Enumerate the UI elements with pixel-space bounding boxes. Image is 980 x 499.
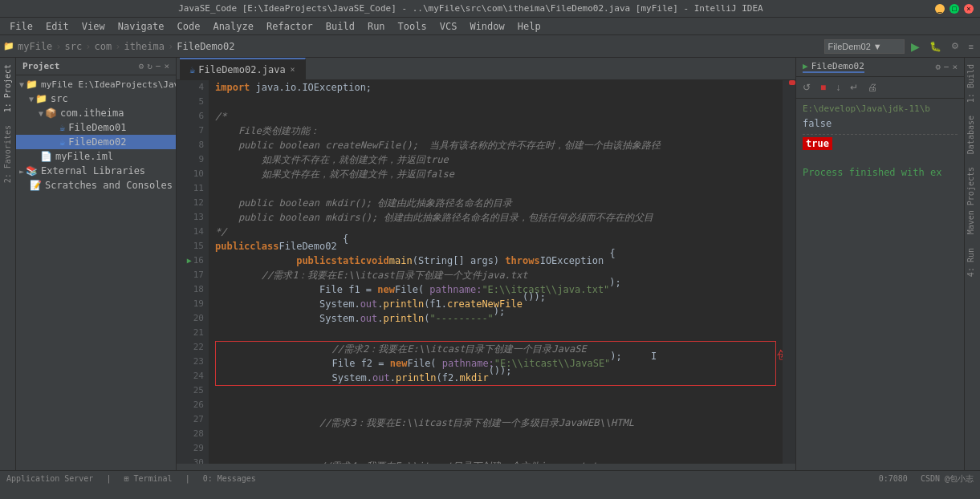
arrow-icon: ► xyxy=(19,167,24,176)
status-messages[interactable]: 0: Messages xyxy=(203,474,256,483)
tree-item-external[interactable]: ► 📚 External Libraries xyxy=(16,164,176,178)
project-panel: Project ⚙ ↻ − × ▼ 📁 myFile E:\IdeaProjec… xyxy=(16,58,177,470)
right-tab-database[interactable]: Database xyxy=(965,109,980,160)
sync-icon[interactable]: ↻ xyxy=(147,61,152,71)
menu-code[interactable]: Code xyxy=(171,19,207,34)
status-separator2: | xyxy=(185,474,190,483)
tree-item-scratches[interactable]: 📝 Scratches and Consoles xyxy=(16,178,176,193)
code-line-13: public boolean mkdirs(); 创建由此抽象路径名命名的目录，… xyxy=(215,210,776,225)
settings-button[interactable]: ⚙ xyxy=(948,39,962,53)
run-tab[interactable]: ▶ FileDemo02 xyxy=(803,61,864,73)
code-line-5 xyxy=(215,95,776,109)
project-icon: 📁 xyxy=(3,41,14,51)
java-file-icon: ☕ xyxy=(59,136,65,148)
stop-button[interactable]: ■ xyxy=(817,80,829,95)
run-output-path: E:\develop\Java\jdk-11\b xyxy=(803,102,958,116)
code-line-20: System.out.println("---------"); xyxy=(215,311,776,326)
tree-item-filedemo01[interactable]: ☕ FileDemo01 xyxy=(16,120,176,135)
run-selector-input[interactable] xyxy=(824,39,905,54)
tree-item-filedemo02[interactable]: ☕ FileDemo02 xyxy=(16,135,176,149)
maximize-button[interactable]: □ xyxy=(950,4,959,14)
code-line-12: public boolean mkdir(); 创建由此抽象路径名命名的目录 xyxy=(215,196,776,210)
editor-scrollbar-h[interactable] xyxy=(177,464,795,470)
status-line-col: 0:7080 xyxy=(879,474,908,483)
run-output-false: false xyxy=(803,116,958,131)
status-app-server[interactable]: Application Server xyxy=(6,474,93,483)
editor-tab-filedemo02[interactable]: ☕ FileDemo02.java × xyxy=(180,58,306,80)
tree-item-myfile-iml[interactable]: 📄 myFile.iml xyxy=(16,149,176,164)
gear-icon[interactable]: ⚙ xyxy=(139,61,144,71)
run-output-process: Process finished with ex xyxy=(803,165,958,180)
run-output: E:\develop\Java\jdk-11\b false true Proc… xyxy=(796,99,964,470)
right-tab-run[interactable]: 4: Run xyxy=(965,241,980,283)
menu-edit[interactable]: Edit xyxy=(39,19,75,34)
soft-wrap-button[interactable]: ↵ xyxy=(847,80,861,95)
tree-item-myfile[interactable]: ▼ 📁 myFile E:\IdeaProjects\JavaSE_C xyxy=(16,77,176,91)
close-panel-icon[interactable]: × xyxy=(164,61,169,71)
tab-icon: ☕ xyxy=(189,64,195,75)
annotation-label: 创建文件夹成功 xyxy=(777,348,783,363)
menu-analyze[interactable]: Analyze xyxy=(206,19,260,34)
menu-tools[interactable]: Tools xyxy=(392,19,433,34)
package-icon: 📦 xyxy=(45,108,57,119)
scratch-icon: 📝 xyxy=(30,180,42,191)
scroll-end-button[interactable]: ↓ xyxy=(832,80,844,95)
rerun-button[interactable]: ↺ xyxy=(799,80,814,95)
tree-item-com-itheima[interactable]: ▼ 📦 com.itheima xyxy=(16,106,176,120)
debug-button[interactable]: 🐛 xyxy=(926,39,945,54)
menu-vcs[interactable]: VCS xyxy=(433,19,464,34)
code-editor[interactable]: import java.io.IOException; /* File类创建功能… xyxy=(209,80,783,464)
close-button[interactable]: × xyxy=(964,4,974,14)
title-bar: JavaSE_Code [E:\IdeaProjects\JavaSE_Code… xyxy=(0,0,980,18)
menu-help[interactable]: Help xyxy=(511,19,547,34)
menu-refactor[interactable]: Refactor xyxy=(260,19,319,34)
menu-window[interactable]: Window xyxy=(463,19,510,34)
run-settings-icon[interactable]: ⚙ xyxy=(935,62,941,72)
tab-close-icon[interactable]: × xyxy=(291,65,295,74)
tree-label: src xyxy=(51,93,68,104)
left-tab-project[interactable]: 1: Project xyxy=(2,58,14,119)
status-terminal[interactable]: ⊞ Terminal xyxy=(124,474,172,483)
collapse-icon[interactable]: − xyxy=(156,61,161,71)
breadcrumb-current: FileDemo02 xyxy=(177,41,234,52)
breadcrumb-src[interactable]: src xyxy=(65,41,83,52)
menu-run[interactable]: Run xyxy=(361,19,392,34)
menu-bar: File Edit View Navigate Code Analyze Ref… xyxy=(0,18,980,35)
minimize-button[interactable]: _ xyxy=(935,4,945,14)
menu-file[interactable]: File xyxy=(3,19,39,34)
run-button[interactable]: ▶ xyxy=(908,39,923,55)
print-button[interactable]: 🖨 xyxy=(864,80,880,95)
editor-tab-bar: ☕ FileDemo02.java × xyxy=(177,58,795,80)
folder-icon: 📁 xyxy=(26,79,38,90)
menu-build[interactable]: Build xyxy=(319,19,361,34)
tree-label: com.itheima xyxy=(60,108,124,119)
run-output-true: true xyxy=(803,137,832,150)
code-line-27: //需求3：我要在E:\\itcast目录下创建一个多级目录JavaWEB\\H… xyxy=(215,416,776,430)
status-csdn: CSDN @包小志 xyxy=(921,473,974,485)
breadcrumb-myfile[interactable]: myFile xyxy=(18,41,52,52)
project-tree: ▼ 📁 myFile E:\IdeaProjects\JavaSE_C ▼ 📁 … xyxy=(16,75,176,470)
breadcrumb-com[interactable]: com xyxy=(95,41,112,52)
editor-container: ☕ FileDemo02.java × 4 5 6 7 8 9 10 11 12… xyxy=(177,58,795,470)
menu-navigate[interactable]: Navigate xyxy=(112,19,171,34)
tree-label: Scratches and Consoles xyxy=(45,180,173,191)
code-line-4: import java.io.IOException; xyxy=(215,80,776,95)
right-tab-maven[interactable]: Maven Projects xyxy=(965,160,980,241)
code-line-10: 如果文件存在，就不创建文件，并返回false xyxy=(215,167,776,181)
project-panel-title: Project xyxy=(22,61,59,71)
right-side-tabs: 1: Build Database Maven Projects 4: Run xyxy=(964,58,980,470)
left-tab-favorites[interactable]: 2: Favorites xyxy=(2,119,14,189)
more-button[interactable]: ≡ xyxy=(966,40,977,53)
code-line-9: 如果文件不存在，就创建文件，并返回true xyxy=(215,152,776,167)
right-tab-build[interactable]: 1: Build xyxy=(965,58,980,109)
run-toolbar: ↺ ■ ↓ ↵ 🖨 xyxy=(796,77,964,99)
code-line-7: File类创建功能： xyxy=(215,124,776,138)
breadcrumb-itheima[interactable]: itheima xyxy=(124,41,165,52)
tree-item-src[interactable]: ▼ 📁 src xyxy=(16,91,176,106)
run-arrow-icon[interactable]: ▶ xyxy=(187,254,192,268)
menu-view[interactable]: View xyxy=(75,19,112,34)
run-close-icon[interactable]: × xyxy=(952,62,958,72)
run-minimize-icon[interactable]: − xyxy=(944,62,950,72)
folder-icon: 📁 xyxy=(35,93,47,104)
run-panel: ▶ FileDemo02 ⚙ − × ↺ ■ ↓ ↵ 🖨 E:\develop\… xyxy=(795,58,964,470)
